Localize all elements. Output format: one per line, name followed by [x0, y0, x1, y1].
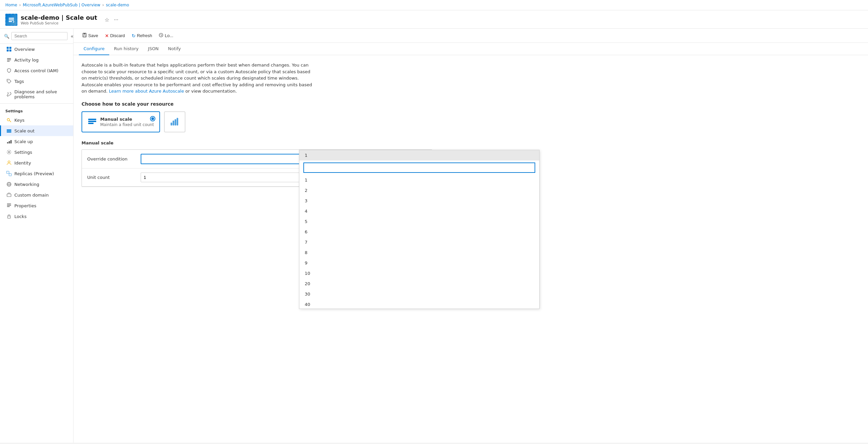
- page-header-text: scale-demo | Scale out Web PubSub Servic…: [21, 14, 97, 25]
- sidebar-item-scale-up[interactable]: Scale up: [0, 136, 73, 147]
- svg-rect-1: [9, 20, 14, 20]
- refresh-button[interactable]: ↻ Refresh: [128, 32, 156, 40]
- discard-label: Discard: [110, 33, 125, 38]
- svg-rect-23: [7, 194, 11, 197]
- svg-rect-35: [171, 123, 172, 125]
- learn-more-link[interactable]: Learn more about Azure Autoscale: [109, 89, 184, 94]
- sidebar-item-label: Access control (IAM): [14, 68, 59, 73]
- dropdown-option-10[interactable]: 10: [299, 268, 539, 278]
- dropdown-option-9[interactable]: 9: [299, 258, 539, 268]
- sidebar-item-tags[interactable]: Tags: [0, 76, 73, 87]
- svg-rect-27: [8, 216, 10, 218]
- collapse-button[interactable]: «: [69, 33, 73, 39]
- dropdown-search-input[interactable]: [303, 162, 535, 173]
- svg-rect-8: [7, 60, 11, 60]
- svg-rect-4: [9, 47, 11, 49]
- breadcrumb-current[interactable]: scale-demo: [106, 3, 129, 7]
- sidebar-item-label: Settings: [14, 150, 32, 155]
- dropdown-option-20[interactable]: 20: [299, 278, 539, 289]
- grid-icon: [6, 47, 12, 52]
- sidebar-item-label: Locks: [14, 214, 26, 219]
- dropdown-option-8[interactable]: 8: [299, 247, 539, 258]
- dropdown-option-30[interactable]: 30: [299, 289, 539, 299]
- sidebar-item-replicas[interactable]: Replicas (Preview): [0, 168, 73, 179]
- log-button[interactable]: Lo...: [155, 31, 177, 40]
- save-button[interactable]: Save: [79, 31, 101, 40]
- sidebar-item-label: Keys: [14, 118, 24, 123]
- sidebar-item-properties[interactable]: Properties: [0, 200, 73, 211]
- discard-button[interactable]: ✕ Discard: [101, 32, 128, 40]
- manual-scale-title: Manual scale: [100, 117, 154, 122]
- svg-rect-32: [88, 119, 96, 120]
- sidebar-item-access-control[interactable]: Access control (IAM): [0, 65, 73, 76]
- dropdown-option-40[interactable]: 40: [299, 299, 539, 308]
- breadcrumb-middle[interactable]: Microsoft.AzureWebPubSub | Overview: [23, 3, 100, 7]
- page-title: scale-demo | Scale out: [21, 14, 97, 21]
- tab-json[interactable]: JSON: [143, 43, 163, 55]
- sidebar-item-overview[interactable]: Overview: [0, 44, 73, 55]
- svg-point-19: [8, 161, 10, 163]
- list-icon: [6, 57, 12, 62]
- sidebar-item-settings[interactable]: Settings: [0, 147, 73, 157]
- page-header: scale-demo | Scale out Web PubSub Servic…: [0, 10, 868, 29]
- svg-rect-33: [88, 121, 96, 122]
- scale-up-icon: [6, 139, 12, 144]
- breadcrumb-home[interactable]: Home: [5, 3, 17, 7]
- sidebar-item-activity-log[interactable]: Activity log: [0, 55, 73, 65]
- manual-scale-radio[interactable]: [150, 116, 155, 121]
- custom-scale-card[interactable]: [164, 111, 185, 132]
- tab-notify[interactable]: Notify: [163, 43, 185, 55]
- manual-scale-label: Manual scale: [82, 141, 860, 145]
- search-input[interactable]: [11, 32, 67, 40]
- dropdown-option-1[interactable]: 1: [299, 175, 539, 185]
- dropdown-search-area: [299, 160, 539, 175]
- sidebar-item-label: Identity: [14, 160, 31, 166]
- svg-rect-25: [7, 205, 11, 206]
- sidebar: 🔍 « Overview Activity log Access control…: [0, 29, 73, 443]
- sidebar-item-label: Diagnose and solve problems: [14, 89, 68, 99]
- sidebar-item-networking[interactable]: Networking: [0, 179, 73, 189]
- svg-point-18: [8, 151, 10, 153]
- network-icon: [6, 182, 12, 187]
- manual-scale-desc: Maintain a fixed unit count: [100, 122, 154, 127]
- dropdown-option-4[interactable]: 4: [299, 206, 539, 216]
- sidebar-item-locks[interactable]: Locks: [0, 211, 73, 222]
- sidebar-item-diagnose[interactable]: Diagnose and solve problems: [0, 87, 73, 102]
- svg-rect-30: [84, 35, 86, 37]
- search-icon: 🔍: [4, 34, 9, 39]
- toolbar: Save ✕ Discard ↻ Refresh Lo...: [73, 29, 868, 43]
- content-body: Autoscale is a built-in feature that hel…: [73, 55, 868, 194]
- sidebar-item-label: Activity log: [14, 58, 39, 62]
- content-area: Save ✕ Discard ↻ Refresh Lo... Configure…: [73, 29, 868, 443]
- dropdown-option-6[interactable]: 6: [299, 227, 539, 237]
- dropdown-option-2[interactable]: 2: [299, 185, 539, 196]
- override-label: Override condition: [87, 156, 141, 161]
- scale-cards: Manual scale Maintain a fixed unit count: [82, 111, 860, 132]
- refresh-label: Refresh: [137, 33, 152, 38]
- svg-point-10: [8, 80, 8, 81]
- dropdown-option-5[interactable]: 5: [299, 216, 539, 227]
- description-text: Autoscale is a built-in feature that hel…: [82, 62, 315, 95]
- favorite-button[interactable]: ☆: [103, 16, 111, 24]
- service-icon: [5, 14, 18, 26]
- svg-rect-38: [177, 118, 178, 125]
- sidebar-item-keys[interactable]: Keys: [0, 115, 73, 125]
- tab-configure[interactable]: Configure: [79, 43, 109, 55]
- more-button[interactable]: ···: [113, 16, 120, 24]
- dropdown-option-3[interactable]: 3: [299, 196, 539, 206]
- svg-rect-15: [7, 142, 8, 143]
- svg-rect-26: [7, 206, 10, 207]
- sidebar-item-scale-out[interactable]: Scale out: [0, 125, 73, 136]
- sidebar-item-label: Custom domain: [14, 193, 49, 198]
- dropdown-option-7[interactable]: 7: [299, 237, 539, 247]
- sidebar-item-custom-domain[interactable]: Custom domain: [0, 189, 73, 200]
- manual-scale-card[interactable]: Manual scale Maintain a fixed unit count: [82, 111, 160, 132]
- tab-run-history[interactable]: Run history: [109, 43, 143, 55]
- dropdown-option-1-header[interactable]: 1: [299, 150, 539, 160]
- sidebar-item-identity[interactable]: Identity: [0, 157, 73, 168]
- replicas-icon: [6, 171, 12, 176]
- domain-icon: [6, 192, 12, 198]
- svg-rect-24: [7, 204, 11, 204]
- log-icon: [159, 33, 163, 38]
- breadcrumb-sep1: ›: [19, 3, 21, 7]
